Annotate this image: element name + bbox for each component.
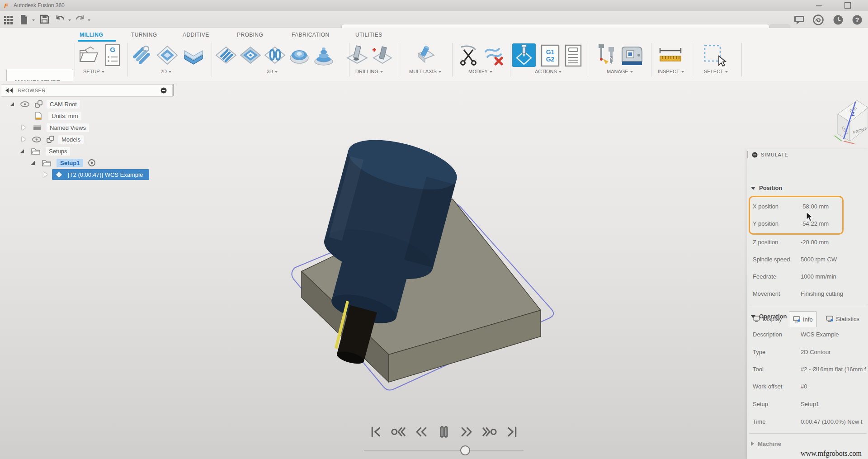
redo-icon[interactable] <box>75 15 85 24</box>
file-menu-caret-icon[interactable] <box>32 19 35 21</box>
browser-panel-header[interactable]: BROWSER <box>1 84 173 97</box>
tab-additive[interactable]: ADDITIVE <box>183 32 209 38</box>
collapsed-triangle-icon[interactable] <box>22 125 26 130</box>
tree-item-units[interactable]: Units: mm <box>0 110 176 122</box>
2d-pocket-icon[interactable] <box>156 44 178 66</box>
new-setup-icon[interactable] <box>78 44 99 66</box>
visibility-eye-icon[interactable] <box>32 137 41 142</box>
step-forward-button[interactable] <box>458 423 476 441</box>
feedback-icon[interactable] <box>794 15 805 25</box>
next-operation-button[interactable] <box>480 423 498 441</box>
tab-statistics[interactable]: Statistics <box>822 311 868 327</box>
browser-panel-grip[interactable] <box>173 84 174 96</box>
svg-text:Z: Z <box>852 112 854 117</box>
minimize-button[interactable] <box>816 5 822 6</box>
tree-item-cam-root[interactable]: CAM Root <box>0 98 176 110</box>
browser-tree: CAM Root Units: mm Named Views Models Se… <box>0 98 176 180</box>
tree-item-setups[interactable]: Setups <box>0 145 176 157</box>
multiaxis-swarf-icon[interactable] <box>414 44 436 66</box>
expanded-triangle-icon[interactable] <box>31 161 35 165</box>
simulation-timeline-handle[interactable] <box>460 445 470 455</box>
collapsed-triangle-icon[interactable] <box>43 172 47 177</box>
group-multi-axis[interactable]: MULTI-AXIS <box>409 69 441 74</box>
2d-adaptive-icon[interactable] <box>130 44 152 66</box>
simulate-icon-active[interactable] <box>512 43 536 67</box>
trim-scissors-icon[interactable] <box>458 44 479 66</box>
group-separator <box>127 43 128 76</box>
group-select[interactable]: SELECT <box>704 69 728 74</box>
info-row-tool: Tool #2 - Ø16mm flat (16mm f <box>747 366 868 376</box>
3d-pocket-icon[interactable] <box>240 44 261 66</box>
3d-spiral-icon[interactable] <box>288 44 310 66</box>
skip-to-end-button[interactable] <box>503 423 521 441</box>
section-machine[interactable]: Machine <box>751 440 781 447</box>
post-process-icon[interactable]: G1 G2 <box>540 44 561 67</box>
collapse-browser-icon[interactable] <box>5 88 13 93</box>
tree-item-models[interactable]: Models <box>0 133 176 145</box>
help-icon[interactable]: ? <box>852 14 863 25</box>
expanded-triangle-icon[interactable] <box>20 149 24 153</box>
tab-turning[interactable]: TURNING <box>131 32 157 38</box>
group-3d[interactable]: 3D <box>267 69 278 74</box>
simulation-timeline-track[interactable] <box>364 450 524 451</box>
info-row-movement: Movement Finishing cutting <box>747 290 868 300</box>
visibility-eye-icon[interactable] <box>20 101 29 107</box>
active-setup-radio-icon[interactable] <box>88 159 96 167</box>
previous-operation-button[interactable] <box>390 423 408 441</box>
panel-grip[interactable] <box>747 151 748 158</box>
collapsed-triangle-icon[interactable] <box>22 137 26 142</box>
3d-adaptive-icon[interactable] <box>215 44 237 66</box>
tab-fabrication[interactable]: FABRICATION <box>292 32 330 38</box>
file-menu-icon[interactable] <box>20 14 28 25</box>
tab-utilities[interactable]: UTILITIES <box>355 32 382 38</box>
section-position[interactable]: Position <box>751 185 782 191</box>
tab-milling[interactable]: MILLING <box>80 32 103 38</box>
maximize-button[interactable] <box>844 2 851 9</box>
app-title: Autodesk Fusion 360 <box>14 2 65 9</box>
view-cube[interactable]: TOP LEFT FRONT Z <box>835 100 868 144</box>
tree-item-operation-t2[interactable]: [T2 (0:00:47)] WCS Example <box>0 169 176 180</box>
undo-caret-icon[interactable] <box>68 19 71 21</box>
group-separator <box>510 43 510 76</box>
section-operation[interactable]: Operation <box>751 313 787 320</box>
profile-swirl-icon[interactable] <box>813 14 824 25</box>
delete-toolpath-icon[interactable] <box>483 44 505 66</box>
fusion-logo-icon: F <box>4 2 8 9</box>
tree-item-setup1[interactable]: Setup1 <box>0 157 176 169</box>
group-modify[interactable]: MODIFY <box>468 69 492 74</box>
3d-contour-icon[interactable] <box>264 44 286 66</box>
post-process-doc-icon[interactable]: G <box>102 43 123 67</box>
expanded-triangle-icon[interactable] <box>10 102 14 106</box>
select-tool-icon[interactable] <box>703 44 729 67</box>
measure-icon[interactable] <box>658 47 683 63</box>
group-inspect[interactable]: INSPECT <box>658 69 684 74</box>
drill-icon[interactable] <box>346 44 368 66</box>
undo-icon[interactable] <box>55 15 65 24</box>
group-manage[interactable]: MANAGE <box>607 69 633 74</box>
step-back-button[interactable] <box>412 423 430 441</box>
tab-probing[interactable]: PROBING <box>237 32 263 38</box>
job-status-clock-icon[interactable] <box>833 14 844 25</box>
tab-info[interactable]: Info <box>789 311 817 327</box>
svg-text:G: G <box>110 46 115 53</box>
setup-sheet-icon[interactable] <box>563 44 583 67</box>
group-setup[interactable]: SETUP <box>83 69 104 74</box>
app-grid-menu-icon[interactable] <box>4 15 14 24</box>
redo-caret-icon[interactable] <box>88 19 90 21</box>
3d-morph-icon[interactable] <box>313 44 335 66</box>
save-icon[interactable] <box>40 14 49 24</box>
group-drilling[interactable]: DRILLING <box>355 69 383 74</box>
skip-to-start-button[interactable] <box>367 423 385 441</box>
statistics-tab-icon <box>826 316 833 322</box>
group-separator <box>691 43 691 76</box>
tool-library-icon[interactable] <box>595 43 618 67</box>
tree-item-named-views[interactable]: Named Views <box>0 122 176 133</box>
machine-library-icon[interactable] <box>620 45 644 66</box>
browser-options-icon[interactable] <box>160 87 167 94</box>
panel-collapse-icon[interactable] <box>752 152 758 158</box>
2d-face-icon[interactable] <box>183 44 204 66</box>
group-2d[interactable]: 2D <box>160 69 171 74</box>
drill-add-icon[interactable] <box>371 44 392 66</box>
group-actions[interactable]: ACTIONS <box>535 69 561 74</box>
pause-button[interactable] <box>435 423 453 441</box>
